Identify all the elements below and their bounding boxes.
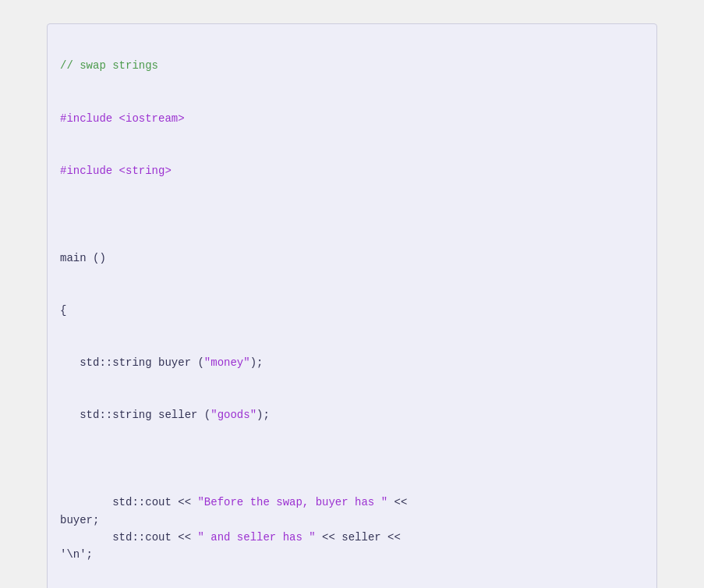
main-line: main () xyxy=(60,252,106,264)
cout1a: std::cout << "Before the swap, buyer has… xyxy=(60,496,407,561)
buyer-decl: std::string buyer ("money"); xyxy=(60,356,263,369)
include1-line: #include <iostream> xyxy=(60,112,185,125)
seller-decl: std::string seller ("goods"); xyxy=(60,409,270,421)
comment-line: // swap strings xyxy=(60,59,158,72)
include2-line: #include <string> xyxy=(60,165,172,177)
brace-open: { xyxy=(60,304,66,317)
code-block: // swap strings #include <iostream> #inc… xyxy=(47,23,657,588)
